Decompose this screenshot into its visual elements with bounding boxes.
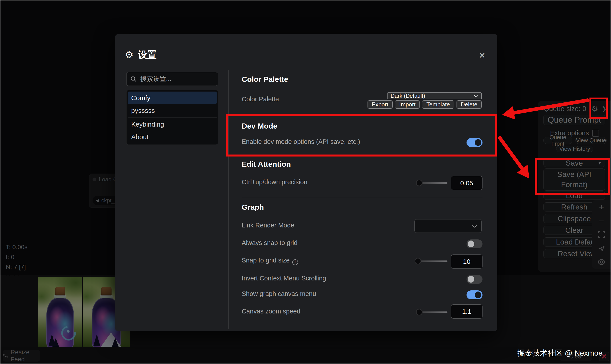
zoom-speed-value-input[interactable]: 1.1 [451, 304, 483, 319]
invert-scroll-label: Invert Context Menu Scrolling [242, 275, 326, 282]
chevron-down-icon [473, 94, 478, 97]
search-placeholder: 搜索设置... [140, 75, 171, 83]
snap-size-slider-track[interactable] [418, 260, 447, 262]
snap-size-slider-knob[interactable] [415, 258, 421, 264]
zoom-speed-slider-track[interactable] [419, 312, 447, 313]
toggle-knob [475, 139, 481, 146]
precision-slider-knob[interactable] [416, 180, 423, 186]
canvas-menu-label: Show graph canvas menu [242, 290, 316, 298]
dialog-title-row: ⚙ 设置 [125, 49, 156, 61]
always-snap-label: Always snap to grid [242, 239, 297, 247]
section-color-palette-title: Color Palette [242, 75, 288, 84]
snap-size-label-text: Snap to grid size [242, 257, 290, 264]
canvas-menu-toggle[interactable] [467, 290, 483, 299]
search-icon [130, 76, 137, 82]
import-button[interactable]: Import [395, 100, 420, 109]
section-divider [242, 156, 483, 156]
sidebar-item-about[interactable]: About [128, 130, 217, 143]
snap-size-value-input[interactable]: 10 [451, 255, 483, 269]
invert-scroll-toggle[interactable] [467, 275, 483, 284]
screen: T: 0.00s I: 0 N: 7 [7] V: 14 FPS:62.50 L… [0, 0, 611, 364]
sidebar-divider [128, 117, 217, 117]
dialog-title: 设置 [138, 49, 156, 61]
dialog-vertical-divider [228, 70, 229, 329]
export-button[interactable]: Export [368, 100, 393, 109]
settings-dialog: ⚙ 设置 ✕ 搜索设置... Comfy pysssss Keybinding … [115, 34, 497, 331]
sidebar-item-keybinding[interactable]: Keybinding [128, 118, 217, 130]
precision-value-input[interactable]: 0.05 [451, 176, 483, 190]
link-render-mode-label: Link Render Mode [242, 222, 294, 229]
sidebar-item-comfy[interactable]: Comfy [128, 91, 217, 104]
dev-mode-row-label: Enable dev mode options (API save, etc.) [242, 138, 360, 145]
zoom-speed-slider-knob[interactable] [416, 309, 423, 315]
chevron-down-icon [472, 224, 477, 228]
settings-search-input[interactable]: 搜索设置... [126, 72, 218, 86]
toggle-knob [468, 241, 474, 247]
zoom-speed-label: Canvas zoom speed [242, 308, 300, 315]
section-divider [242, 197, 483, 197]
delete-button[interactable]: Delete [457, 100, 482, 109]
precision-row-label: Ctrl+up/down precision [242, 179, 307, 186]
toggle-knob [475, 291, 481, 298]
link-render-mode-select[interactable] [414, 219, 482, 233]
color-palette-select-value: Dark (Default) [391, 93, 425, 99]
color-palette-buttons: Export Import Template Delete [242, 100, 482, 109]
settings-content: Color Palette Color Palette Dark (Defaul… [242, 34, 483, 331]
dev-mode-toggle[interactable] [467, 138, 483, 147]
info-icon: i [292, 259, 298, 265]
always-snap-toggle[interactable] [467, 239, 483, 248]
template-button[interactable]: Template [422, 100, 454, 109]
sidebar-item-pysssss[interactable]: pysssss [128, 104, 217, 117]
gear-icon: ⚙ [125, 50, 133, 60]
section-graph-title: Graph [242, 203, 264, 211]
section-divider [242, 114, 483, 114]
precision-slider-track[interactable] [419, 182, 447, 184]
settings-category-list: Comfy pysssss Keybinding About [126, 90, 218, 145]
section-dev-mode-title: Dev Mode [242, 122, 278, 130]
toggle-knob [468, 276, 474, 283]
color-palette-select[interactable]: Dark (Default) [387, 92, 482, 99]
snap-size-label: Snap to grid sizei [242, 257, 298, 265]
section-edit-attention-title: Edit Attention [242, 160, 291, 169]
